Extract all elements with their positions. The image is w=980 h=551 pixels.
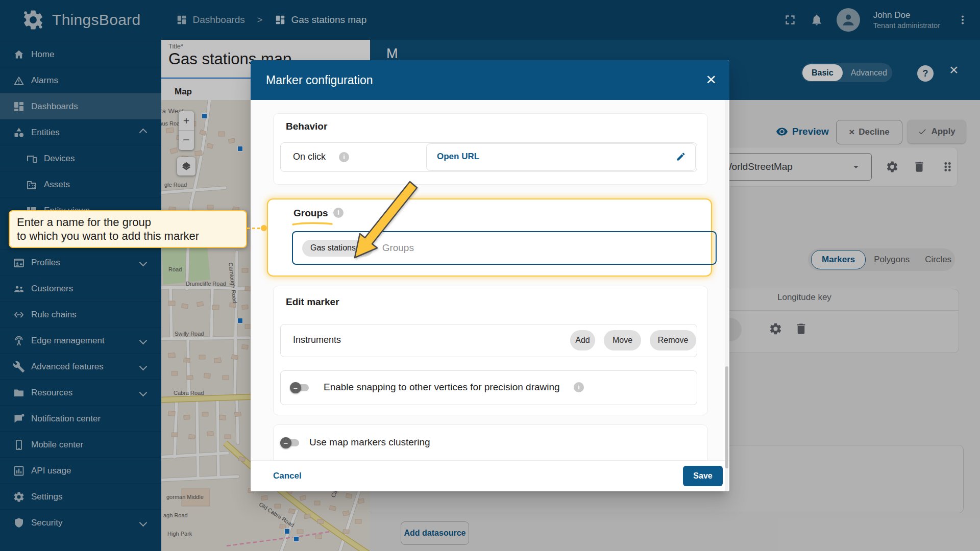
on-click-action-field[interactable]: Open URL (426, 143, 696, 171)
remove-button[interactable]: Remove (650, 330, 696, 350)
hint-underline (291, 222, 333, 226)
hint-line-1: Enter a name for the group (17, 215, 239, 229)
instruments-label: Instruments (293, 335, 341, 345)
info-icon[interactable]: i (574, 382, 584, 392)
scrollbar-thumb[interactable] (725, 366, 728, 468)
hint-connector (247, 228, 260, 229)
action-value: Open URL (437, 152, 479, 162)
save-button[interactable]: Save (683, 466, 723, 486)
dialog-footer: Cancel Save (251, 460, 729, 491)
marker-configuration-dialog: Marker configuration × Behavior On click… (251, 60, 729, 491)
info-icon[interactable]: i (339, 152, 349, 162)
hint-line-2: to which you want to add this marker (17, 229, 239, 243)
clustering-toggle[interactable]: − (280, 437, 301, 448)
snapping-row: − Enable snapping to other vertices for … (280, 370, 697, 405)
dialog-header: Marker configuration × (251, 60, 729, 100)
hint-arrow (332, 173, 444, 276)
snapping-label: Enable snapping to other vertices for pr… (324, 382, 560, 393)
snapping-toggle[interactable]: − (290, 382, 310, 393)
hint-connector-dot (261, 225, 267, 231)
thingsboard-app: ThingsBoard Dashboards > Gas stations ma… (0, 0, 980, 551)
close-dialog-icon[interactable]: × (706, 70, 716, 88)
edit-pencil-icon[interactable] (676, 152, 686, 162)
on-click-label: On click (293, 152, 326, 162)
dialog-title: Marker configuration (266, 73, 373, 87)
toggle-off-icon: − (290, 382, 301, 393)
behavior-heading: Behavior (286, 121, 327, 132)
hint-tooltip: Enter a name for the group to which you … (9, 210, 247, 248)
clustering-label: Use map markers clustering (309, 437, 430, 448)
edit-marker-heading: Edit marker (286, 296, 339, 308)
move-button[interactable]: Move (604, 330, 641, 350)
dialog-scrollbar[interactable] (725, 100, 728, 491)
toggle-off-icon: − (280, 437, 291, 448)
add-button[interactable]: Add (570, 330, 595, 350)
cancel-button[interactable]: Cancel (273, 471, 302, 481)
groups-heading: Groups (293, 208, 328, 219)
